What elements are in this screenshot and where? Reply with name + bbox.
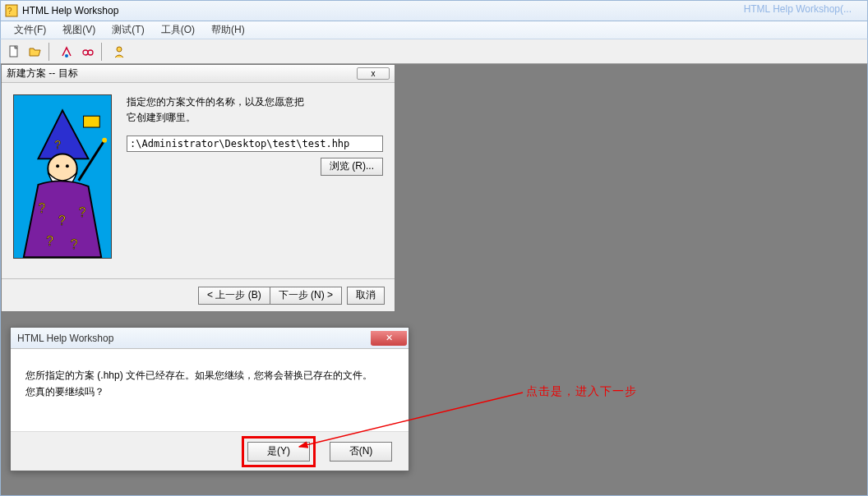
svg-marker-4 xyxy=(30,48,40,56)
toolbar-separator-2 xyxy=(101,43,106,61)
glasses-icon[interactable] xyxy=(78,43,98,61)
svg-text:?: ? xyxy=(7,7,12,16)
svg-point-15 xyxy=(66,164,69,168)
toolbar xyxy=(0,39,868,64)
new-file-icon[interactable] xyxy=(4,43,24,61)
msgbox-title: HTML Help Workshop xyxy=(17,333,371,344)
wizard-titlebar: 新建方案 -- 目标 x xyxy=(2,65,395,83)
path-input[interactable] xyxy=(127,135,383,152)
msgbox-titlebar: HTML Help Workshop ✕ xyxy=(11,328,409,349)
svg-text:?: ? xyxy=(54,139,61,151)
wizard-desc-line1: 指定您的方案文件的名称，以及您愿意把 xyxy=(127,96,304,108)
menu-help[interactable]: 帮助(H) xyxy=(205,21,252,39)
wizard-description: 指定您的方案文件的名称，以及您愿意把 它创建到哪里。 xyxy=(127,94,383,126)
titlebar: ? HTML Help Workshop HTML Help Workshop(… xyxy=(0,0,868,21)
help-author-icon[interactable] xyxy=(109,43,129,61)
wizard-image: ? ? ? ? ? ? xyxy=(13,94,112,259)
menu-view[interactable]: 视图(V) xyxy=(56,21,102,39)
app-title: HTML Help Workshop xyxy=(22,5,118,16)
msgbox-body: 您所指定的方案 (.hhp) 文件已经存在。如果您继续，您将会替换已存在的文件。… xyxy=(11,349,409,419)
svg-text:?: ? xyxy=(58,214,66,227)
svg-text:?: ? xyxy=(46,234,53,248)
svg-point-6 xyxy=(83,50,88,55)
menu-file[interactable]: 文件(F) xyxy=(7,21,53,39)
cancel-button[interactable]: 取消 xyxy=(347,287,385,305)
open-file-icon[interactable] xyxy=(25,43,45,61)
msgbox-footer: 是(Y) 否(N) xyxy=(11,431,409,471)
wizard-content: 指定您的方案文件的名称，以及您愿意把 它创建到哪里。 浏览 (R)... xyxy=(127,94,383,269)
wizard-dialog: 新建方案 -- 目标 x xyxy=(1,64,395,312)
wizard-title: 新建方案 -- 目标 xyxy=(7,67,357,80)
svg-point-9 xyxy=(117,47,122,52)
svg-text:?: ? xyxy=(71,238,78,252)
svg-text:?: ? xyxy=(79,205,86,219)
svg-text:?: ? xyxy=(39,201,46,215)
browse-button[interactable]: 浏览 (R)... xyxy=(321,158,383,176)
yes-button[interactable]: 是(Y) xyxy=(247,442,310,462)
compile-icon[interactable] xyxy=(57,43,76,61)
toolbar-separator xyxy=(48,43,53,61)
msgbox-close-button[interactable]: ✕ xyxy=(371,331,407,346)
svg-point-7 xyxy=(88,50,93,55)
annotation-text: 点击是，进入下一步 xyxy=(526,384,637,399)
menu-test[interactable]: 测试(T) xyxy=(105,21,150,39)
wizard-footer: < 上一步 (B) 下一步 (N) > 取消 xyxy=(2,278,395,311)
menu-tools[interactable]: 工具(O) xyxy=(155,21,201,39)
msgbox-text-line1: 您所指定的方案 (.hhp) 文件已经存在。如果您继续，您将会替换已存在的文件。 xyxy=(25,367,394,383)
messagebox: HTML Help Workshop ✕ 您所指定的方案 (.hhp) 文件已经… xyxy=(10,327,409,471)
wizard-desc-line2: 它创建到哪里。 xyxy=(127,112,196,123)
msgbox-text-line2: 您真的要继续吗？ xyxy=(25,383,394,400)
next-button[interactable]: 下一步 (N) > xyxy=(270,287,342,305)
prev-button[interactable]: < 上一步 (B) xyxy=(198,287,270,305)
taskbar-hint: HTML Help Workshop(... xyxy=(744,3,852,15)
close-icon: x xyxy=(372,69,376,78)
svg-point-14 xyxy=(56,164,59,168)
wizard-body: ? ? ? ? ? ? 指定您的方案文件的名称，以及您愿意把 它创建到哪里。 xyxy=(2,83,395,280)
close-icon: ✕ xyxy=(386,333,393,343)
wizard-close-button[interactable]: x xyxy=(357,67,390,80)
app-icon: ? xyxy=(5,4,18,17)
no-button[interactable]: 否(N) xyxy=(330,442,392,462)
menubar: 文件(F) 视图(V) 测试(T) 工具(O) 帮助(H) xyxy=(0,21,868,39)
svg-point-5 xyxy=(65,54,68,57)
svg-rect-12 xyxy=(84,116,100,127)
svg-point-17 xyxy=(102,138,107,143)
